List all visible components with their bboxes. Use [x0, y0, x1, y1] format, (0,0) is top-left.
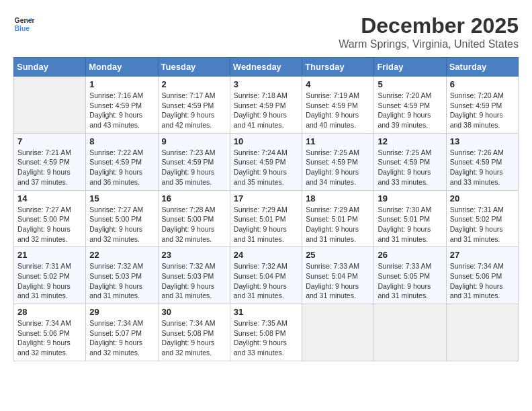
- day-info: Sunrise: 7:18 AMSunset: 4:59 PMDaylight:…: [234, 91, 298, 130]
- day-info: Sunrise: 7:24 AMSunset: 4:59 PMDaylight:…: [234, 148, 298, 187]
- calendar-day-cell: 26Sunrise: 7:33 AMSunset: 5:05 PMDayligh…: [374, 247, 446, 304]
- calendar-week-row: 14Sunrise: 7:27 AMSunset: 5:00 PMDayligh…: [14, 190, 519, 247]
- day-info: Sunrise: 7:31 AMSunset: 5:02 PMDaylight:…: [17, 261, 82, 301]
- calendar-day-cell: 16Sunrise: 7:28 AMSunset: 5:00 PMDayligh…: [158, 190, 230, 247]
- calendar-day-cell: 31Sunrise: 7:35 AMSunset: 5:08 PMDayligh…: [230, 304, 302, 361]
- weekday-header-saturday: Saturday: [446, 58, 518, 77]
- calendar-day-cell: 14Sunrise: 7:27 AMSunset: 5:00 PMDayligh…: [14, 190, 86, 247]
- calendar-day-cell: 12Sunrise: 7:25 AMSunset: 4:59 PMDayligh…: [374, 133, 446, 190]
- day-info: Sunrise: 7:28 AMSunset: 5:00 PMDaylight:…: [162, 205, 226, 244]
- day-number: 9: [162, 136, 226, 146]
- day-info: Sunrise: 7:34 AMSunset: 5:06 PMDaylight:…: [450, 261, 515, 301]
- calendar-week-row: 7Sunrise: 7:21 AMSunset: 4:59 PMDaylight…: [14, 133, 519, 190]
- calendar-day-cell: 20Sunrise: 7:31 AMSunset: 5:02 PMDayligh…: [446, 190, 518, 247]
- day-number: 22: [89, 250, 154, 260]
- day-info: Sunrise: 7:25 AMSunset: 4:59 PMDaylight:…: [378, 148, 442, 187]
- weekday-header-friday: Friday: [374, 58, 446, 77]
- calendar-day-cell: 11Sunrise: 7:25 AMSunset: 4:59 PMDayligh…: [302, 133, 374, 190]
- weekday-header-tuesday: Tuesday: [158, 58, 230, 77]
- day-number: 28: [17, 307, 82, 317]
- day-info: Sunrise: 7:27 AMSunset: 5:00 PMDaylight:…: [89, 205, 154, 244]
- day-info: Sunrise: 7:34 AMSunset: 5:08 PMDaylight:…: [162, 318, 226, 358]
- day-number: 3: [234, 79, 298, 89]
- calendar-day-cell: 5Sunrise: 7:20 AMSunset: 4:59 PMDaylight…: [374, 77, 446, 134]
- day-number: 23: [162, 250, 226, 260]
- calendar-day-cell: 17Sunrise: 7:29 AMSunset: 5:01 PMDayligh…: [230, 190, 302, 247]
- day-number: 24: [234, 250, 298, 260]
- day-info: Sunrise: 7:32 AMSunset: 5:03 PMDaylight:…: [89, 261, 154, 301]
- weekday-header-wednesday: Wednesday: [230, 58, 302, 77]
- day-number: 15: [89, 193, 154, 203]
- day-info: Sunrise: 7:20 AMSunset: 4:59 PMDaylight:…: [378, 91, 442, 130]
- calendar-day-cell: 21Sunrise: 7:31 AMSunset: 5:02 PMDayligh…: [14, 247, 86, 304]
- day-info: Sunrise: 7:23 AMSunset: 4:59 PMDaylight:…: [162, 148, 226, 187]
- day-number: 1: [89, 79, 154, 89]
- calendar-day-cell: [14, 77, 86, 134]
- day-number: 14: [17, 193, 82, 203]
- day-info: Sunrise: 7:26 AMSunset: 4:59 PMDaylight:…: [450, 148, 515, 187]
- calendar-day-cell: 4Sunrise: 7:19 AMSunset: 4:59 PMDaylight…: [302, 77, 374, 134]
- calendar-day-cell: 2Sunrise: 7:17 AMSunset: 4:59 PMDaylight…: [158, 77, 230, 134]
- day-info: Sunrise: 7:19 AMSunset: 4:59 PMDaylight:…: [306, 91, 370, 130]
- day-info: Sunrise: 7:16 AMSunset: 4:59 PMDaylight:…: [89, 91, 154, 130]
- day-number: 21: [17, 250, 82, 260]
- logo-icon: General Blue: [13, 13, 35, 35]
- day-number: 18: [306, 193, 370, 203]
- title-block: December 2025 Warm Springs, Virginia, Un…: [339, 13, 519, 50]
- day-number: 16: [162, 193, 226, 203]
- calendar-day-cell: 28Sunrise: 7:34 AMSunset: 5:06 PMDayligh…: [14, 304, 86, 361]
- calendar-day-cell: 22Sunrise: 7:32 AMSunset: 5:03 PMDayligh…: [86, 247, 158, 304]
- day-number: 11: [306, 136, 370, 146]
- calendar-day-cell: 6Sunrise: 7:20 AMSunset: 4:59 PMDaylight…: [446, 77, 518, 134]
- day-info: Sunrise: 7:34 AMSunset: 5:07 PMDaylight:…: [89, 318, 154, 358]
- calendar-day-cell: 27Sunrise: 7:34 AMSunset: 5:06 PMDayligh…: [446, 247, 518, 304]
- day-number: 29: [89, 307, 154, 317]
- weekday-header-sunday: Sunday: [14, 58, 86, 77]
- day-number: 10: [234, 136, 298, 146]
- calendar-day-cell: 10Sunrise: 7:24 AMSunset: 4:59 PMDayligh…: [230, 133, 302, 190]
- calendar-day-cell: 24Sunrise: 7:32 AMSunset: 5:04 PMDayligh…: [230, 247, 302, 304]
- month-title: December 2025: [339, 13, 519, 38]
- calendar-day-cell: [302, 304, 374, 361]
- day-number: 17: [234, 193, 298, 203]
- day-number: 12: [378, 136, 442, 146]
- calendar-day-cell: 3Sunrise: 7:18 AMSunset: 4:59 PMDaylight…: [230, 77, 302, 134]
- day-info: Sunrise: 7:30 AMSunset: 5:01 PMDaylight:…: [378, 205, 442, 244]
- calendar-day-cell: [374, 304, 446, 361]
- svg-text:Blue: Blue: [15, 25, 30, 32]
- day-info: Sunrise: 7:17 AMSunset: 4:59 PMDaylight:…: [162, 91, 226, 130]
- calendar-week-row: 21Sunrise: 7:31 AMSunset: 5:02 PMDayligh…: [14, 247, 519, 304]
- day-info: Sunrise: 7:35 AMSunset: 5:08 PMDaylight:…: [234, 318, 298, 358]
- calendar-day-cell: 15Sunrise: 7:27 AMSunset: 5:00 PMDayligh…: [86, 190, 158, 247]
- calendar-week-row: 1Sunrise: 7:16 AMSunset: 4:59 PMDaylight…: [14, 77, 519, 134]
- day-info: Sunrise: 7:32 AMSunset: 5:04 PMDaylight:…: [234, 261, 298, 301]
- calendar-table: SundayMondayTuesdayWednesdayThursdayFrid…: [13, 57, 519, 361]
- day-number: 2: [162, 79, 226, 89]
- day-info: Sunrise: 7:20 AMSunset: 4:59 PMDaylight:…: [450, 91, 515, 130]
- calendar-day-cell: 9Sunrise: 7:23 AMSunset: 4:59 PMDaylight…: [158, 133, 230, 190]
- weekday-header-row: SundayMondayTuesdayWednesdayThursdayFrid…: [14, 58, 519, 77]
- day-info: Sunrise: 7:27 AMSunset: 5:00 PMDaylight:…: [17, 205, 82, 244]
- calendar-day-cell: 18Sunrise: 7:29 AMSunset: 5:01 PMDayligh…: [302, 190, 374, 247]
- day-info: Sunrise: 7:34 AMSunset: 5:06 PMDaylight:…: [17, 318, 82, 358]
- day-info: Sunrise: 7:32 AMSunset: 5:03 PMDaylight:…: [162, 261, 226, 301]
- day-number: 20: [450, 193, 515, 203]
- day-number: 6: [450, 79, 515, 89]
- logo: General Blue: [13, 13, 35, 35]
- calendar-day-cell: 1Sunrise: 7:16 AMSunset: 4:59 PMDaylight…: [86, 77, 158, 134]
- calendar-day-cell: 8Sunrise: 7:22 AMSunset: 4:59 PMDaylight…: [86, 133, 158, 190]
- day-number: 5: [378, 79, 442, 89]
- day-number: 19: [378, 193, 442, 203]
- weekday-header-thursday: Thursday: [302, 58, 374, 77]
- page-header: General Blue December 2025 Warm Springs,…: [13, 13, 519, 50]
- day-number: 31: [234, 307, 298, 317]
- location-text: Warm Springs, Virginia, United States: [339, 38, 519, 50]
- day-info: Sunrise: 7:22 AMSunset: 4:59 PMDaylight:…: [89, 148, 154, 187]
- day-info: Sunrise: 7:31 AMSunset: 5:02 PMDaylight:…: [450, 205, 515, 244]
- day-number: 8: [89, 136, 154, 146]
- calendar-day-cell: 25Sunrise: 7:33 AMSunset: 5:04 PMDayligh…: [302, 247, 374, 304]
- day-number: 25: [306, 250, 370, 260]
- day-info: Sunrise: 7:33 AMSunset: 5:05 PMDaylight:…: [378, 261, 442, 301]
- day-info: Sunrise: 7:21 AMSunset: 4:59 PMDaylight:…: [17, 148, 82, 187]
- calendar-day-cell: 30Sunrise: 7:34 AMSunset: 5:08 PMDayligh…: [158, 304, 230, 361]
